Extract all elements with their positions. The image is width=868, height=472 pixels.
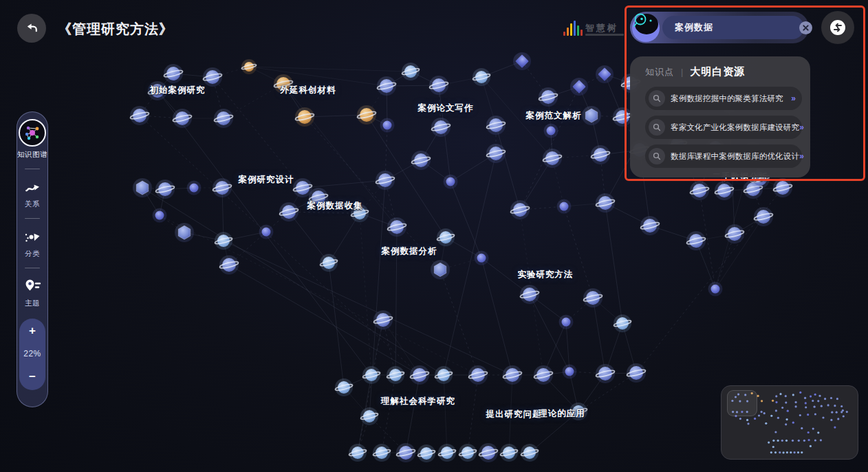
graph-node[interactable]: [295, 107, 315, 127]
graph-node[interactable]: [410, 365, 430, 385]
sidebar-item-knowledge-graph[interactable]: 知识图谱: [17, 150, 47, 160]
graph-node[interactable]: [569, 403, 588, 420]
graph-node[interactable]: [754, 207, 774, 226]
graph-node[interactable]: [534, 365, 554, 385]
graph-node[interactable]: [213, 178, 232, 197]
graph-node[interactable]: [417, 444, 436, 462]
graph-node[interactable]: [274, 74, 294, 94]
graph-node[interactable]: [153, 208, 167, 223]
graph-node[interactable]: [164, 64, 184, 83]
graph-node[interactable]: [219, 255, 239, 275]
clear-search-button[interactable]: [799, 21, 812, 34]
graph-node[interactable]: [686, 231, 706, 250]
chevron-right-icon[interactable]: »: [799, 122, 803, 132]
graph-node[interactable]: [708, 282, 723, 297]
graph-node[interactable]: [173, 109, 193, 128]
graph-node[interactable]: [583, 288, 603, 308]
graph-node[interactable]: [773, 178, 793, 197]
graph-node[interactable]: [486, 116, 506, 135]
graph-node[interactable]: [725, 224, 745, 244]
graph-node[interactable]: [521, 444, 539, 462]
graph-node[interactable]: [500, 444, 519, 462]
graph-node[interactable]: [402, 63, 420, 81]
graph-node[interactable]: [357, 105, 377, 125]
graph-node[interactable]: [715, 181, 735, 200]
graph-node[interactable]: [690, 181, 710, 200]
graph-node[interactable]: [513, 52, 531, 70]
graph-node[interactable]: [557, 200, 572, 214]
graph-node[interactable]: [503, 365, 523, 385]
classification-icon[interactable]: [23, 228, 41, 246]
graph-node[interactable]: [475, 251, 489, 266]
graph-node[interactable]: [539, 87, 558, 107]
graph-node[interactable]: [377, 76, 397, 96]
graph-node[interactable]: [437, 228, 455, 246]
chevron-right-icon[interactable]: »: [791, 94, 795, 103]
graph-node[interactable]: [362, 366, 381, 384]
graph-node[interactable]: [596, 65, 614, 83]
knowledge-graph-icon[interactable]: [19, 119, 46, 147]
graph-node[interactable]: [544, 124, 558, 138]
graph-node[interactable]: [431, 118, 451, 137]
graph-node[interactable]: [396, 443, 416, 462]
graph-node[interactable]: [133, 178, 152, 197]
graph-node[interactable]: [627, 363, 647, 383]
graph-node[interactable]: [380, 118, 395, 133]
graph-node[interactable]: [520, 285, 540, 304]
graph-node[interactable]: [203, 67, 223, 87]
graph-node[interactable]: [510, 200, 530, 219]
graph-node[interactable]: [479, 443, 499, 462]
graph-node[interactable]: [543, 149, 563, 168]
graph-node[interactable]: [438, 444, 457, 462]
graph-node[interactable]: [175, 223, 194, 242]
graph-node[interactable]: [563, 365, 577, 379]
result-item-3[interactable]: 数据库课程中案例数据库的优化设计 »: [645, 144, 802, 168]
graph-node[interactable]: [591, 145, 611, 164]
graph-node[interactable]: [640, 216, 660, 235]
minimap[interactable]: [721, 385, 858, 460]
graph-node[interactable]: [241, 59, 257, 74]
graph-node[interactable]: [486, 144, 506, 163]
graph-node[interactable]: [614, 314, 632, 332]
graph-node[interactable]: [214, 109, 234, 128]
result-item-1[interactable]: 案例数据挖掘中的聚类算法研究 »: [645, 87, 802, 110]
graph-node[interactable]: [444, 175, 458, 189]
zoom-out-button[interactable]: −: [29, 371, 36, 383]
graph-node[interactable]: [373, 444, 391, 462]
graph-node[interactable]: [279, 202, 299, 222]
swap-filter-button[interactable]: [821, 11, 854, 44]
sidebar-item-relations[interactable]: 关系: [25, 200, 40, 209]
chevron-right-icon[interactable]: »: [799, 151, 803, 161]
graph-node[interactable]: [468, 365, 488, 385]
search-input[interactable]: [662, 16, 799, 39]
graph-node[interactable]: [387, 217, 407, 237]
relations-icon[interactable]: [23, 178, 41, 196]
graph-node[interactable]: [596, 364, 616, 383]
topics-icon[interactable]: [23, 277, 41, 295]
graph-node[interactable]: [596, 193, 616, 213]
zoom-in-button[interactable]: +: [29, 325, 36, 336]
sidebar-item-topics[interactable]: 主题: [25, 299, 40, 308]
graph-node[interactable]: [148, 81, 168, 100]
back-button[interactable]: [17, 14, 46, 43]
graph-node[interactable]: [155, 180, 175, 199]
graph-node[interactable]: [582, 106, 601, 125]
graph-node[interactable]: [429, 76, 449, 95]
minimap-viewport[interactable]: [727, 390, 757, 416]
graph-node[interactable]: [559, 315, 574, 330]
graph-node[interactable]: [187, 181, 202, 195]
graph-node[interactable]: [259, 225, 274, 239]
graph-node[interactable]: [431, 260, 450, 279]
graph-node[interactable]: [387, 366, 405, 384]
tab-knowledge-points[interactable]: 知识点: [645, 66, 674, 78]
graph-node[interactable]: [320, 254, 338, 272]
graph-node[interactable]: [570, 78, 588, 96]
graph-node[interactable]: [335, 378, 354, 396]
graph-node[interactable]: [351, 204, 369, 222]
graph-node[interactable]: [435, 366, 453, 384]
search-bar[interactable]: [630, 12, 809, 43]
graph-node[interactable]: [376, 171, 395, 190]
result-item-2[interactable]: 客家文化产业化案例数据库建设研究 »: [645, 116, 802, 139]
graph-node[interactable]: [349, 444, 367, 462]
sidebar-item-classification[interactable]: 分类: [25, 249, 40, 259]
